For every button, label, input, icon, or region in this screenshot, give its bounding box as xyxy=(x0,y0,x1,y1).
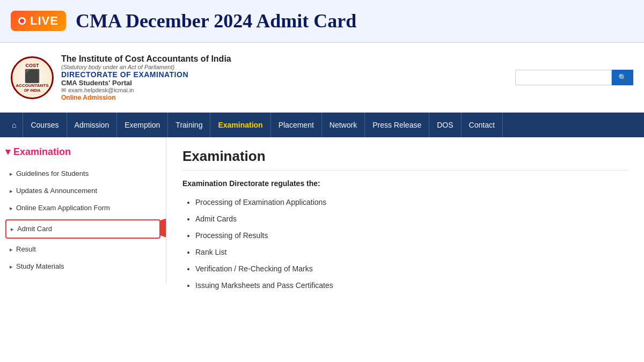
arrow-icon: ▸ xyxy=(10,246,13,254)
online-admission-link[interactable]: Online Admission xyxy=(61,94,231,101)
nav-admission[interactable]: Admission xyxy=(67,113,118,137)
search-input[interactable] xyxy=(515,70,612,85)
logo-pillar-icon: ⬛ xyxy=(16,69,48,84)
arrow-icon: ▸ xyxy=(10,263,13,271)
live-dot-icon xyxy=(18,17,26,25)
site-header: COST ⬛ ACCOUNTANTS OF INDIA The Institut… xyxy=(0,43,644,113)
search-icon: 🔍 xyxy=(618,73,627,82)
admit-card-row: ▸ Admit Card xyxy=(5,219,160,239)
institute-logo: COST ⬛ ACCOUNTANTS OF INDIA xyxy=(11,56,54,99)
main-content: Examination Examination Directorate regu… xyxy=(166,137,644,362)
nav-network[interactable]: Network xyxy=(322,113,365,137)
logo-area: COST ⬛ ACCOUNTANTS OF INDIA The Institut… xyxy=(11,54,515,101)
sidebar-item-admit-card[interactable]: ▸ Admit Card xyxy=(5,219,160,239)
nav-examination[interactable]: Examination xyxy=(210,113,270,137)
sidebar: ▾ Examination ▸ Guidelines for Students … xyxy=(0,137,166,284)
sidebar-item-study[interactable]: ▸ Study Materials xyxy=(5,258,160,275)
arrow-icon: ▸ xyxy=(10,170,13,178)
sidebar-wrapper: ▾ Examination ▸ Guidelines for Students … xyxy=(0,137,166,362)
directorate-text: DIRECTORATE OF EXAMINATION xyxy=(61,70,231,79)
email-text: ✉ exam.helpdesk@icmai.in xyxy=(61,87,231,94)
list-item: Admit Cards xyxy=(195,211,628,227)
nav-exemption[interactable]: Exemption xyxy=(117,113,168,137)
arrow-icon: ▸ xyxy=(11,225,14,233)
red-arrow-annotation xyxy=(160,217,166,241)
sidebar-item-online-exam[interactable]: ▸ Online Exam Application Form xyxy=(5,200,160,217)
list-item: Rank List xyxy=(195,244,628,261)
nav-press-release[interactable]: Press Release xyxy=(365,113,429,137)
nav-placement[interactable]: Placement xyxy=(271,113,322,137)
email-icon: ✉ xyxy=(61,87,66,94)
arrow-icon: ▸ xyxy=(10,187,13,195)
section-heading: Examination Directorate regulates the: xyxy=(182,179,628,188)
banner-title: CMA December 2024 Admit Card xyxy=(76,10,356,32)
top-banner: LIVE CMA December 2024 Admit Card xyxy=(0,0,644,43)
live-label: LIVE xyxy=(30,14,58,28)
arrow-icon: ▸ xyxy=(10,204,13,212)
sidebar-bullet-icon: ▾ xyxy=(5,146,10,158)
list-item: Verification / Re-Checking of Marks xyxy=(195,261,628,277)
live-badge: LIVE xyxy=(11,11,66,31)
main-nav: ⌂ Courses Admission Exemption Training E… xyxy=(0,113,644,137)
nav-training[interactable]: Training xyxy=(168,113,210,137)
institute-name: The Institute of Cost Accountants of Ind… xyxy=(61,54,231,64)
nav-home[interactable]: ⌂ xyxy=(5,113,23,137)
nav-dos[interactable]: DOS xyxy=(429,113,461,137)
sidebar-title: ▾ Examination xyxy=(5,146,160,158)
page-title: Examination xyxy=(182,148,628,171)
portal-text: CMA Students' Portal xyxy=(61,79,231,87)
home-icon: ⌂ xyxy=(12,121,16,129)
sidebar-item-guidelines[interactable]: ▸ Guidelines for Students xyxy=(5,165,160,182)
search-area: 🔍 xyxy=(515,70,633,85)
search-button[interactable]: 🔍 xyxy=(612,70,633,85)
bullet-list: Processing of Examination Applications A… xyxy=(182,194,628,294)
red-arrow-svg xyxy=(160,217,166,239)
sidebar-item-result[interactable]: ▸ Result xyxy=(5,241,160,258)
nav-courses[interactable]: Courses xyxy=(23,113,67,137)
sidebar-item-updates[interactable]: ▸ Updates & Announcement xyxy=(5,182,160,200)
list-item: Issuing Marksheets and Pass Certificates xyxy=(195,277,628,294)
institute-info: The Institute of Cost Accountants of Ind… xyxy=(61,54,231,101)
nav-contact[interactable]: Contact xyxy=(462,113,503,137)
list-item: Processing of Examination Applications xyxy=(195,194,628,211)
list-item: Processing of Results xyxy=(195,227,628,244)
statutory-text: (Statutory body under an Act of Parliame… xyxy=(61,64,231,70)
content-area: ▾ Examination ▸ Guidelines for Students … xyxy=(0,137,644,362)
